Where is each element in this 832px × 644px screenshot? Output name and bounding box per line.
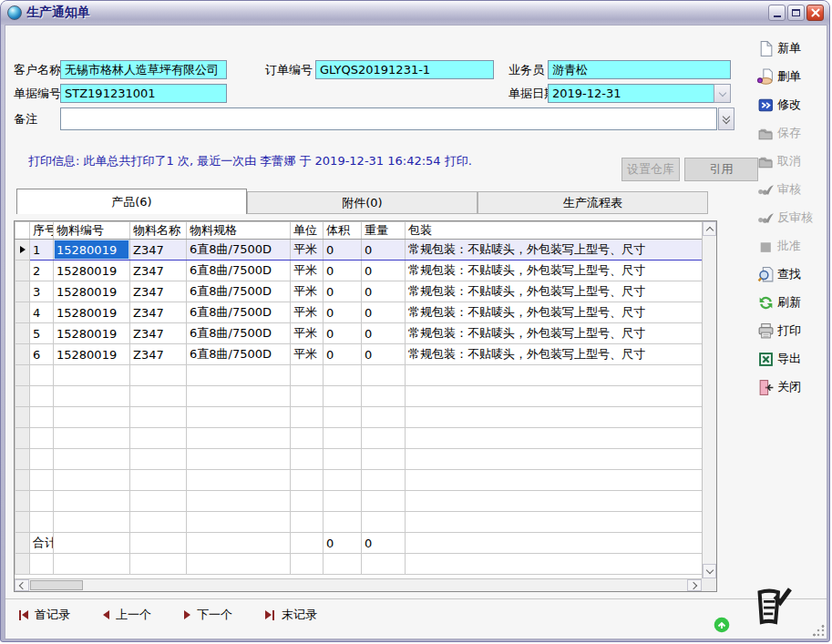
empty-cell[interactable] — [187, 491, 291, 512]
empty-cell[interactable] — [187, 365, 291, 386]
cell-packaging[interactable]: 常规包装：不贴唛头，外包装写上型号、尺寸 — [406, 261, 704, 281]
sidebar-button-new[interactable]: 新单 — [757, 38, 828, 58]
nav-last-record[interactable]: 末记录 — [265, 607, 317, 623]
empty-cell[interactable] — [406, 386, 704, 407]
vertical-scrollbar[interactable] — [702, 221, 716, 578]
resize-grip[interactable] — [813, 625, 825, 637]
cell-no[interactable]: 4 — [30, 302, 54, 323]
empty-cell[interactable] — [362, 491, 406, 512]
cell-no[interactable]: 1 — [30, 240, 54, 261]
scroll-right-button[interactable] — [687, 579, 702, 591]
empty-cell[interactable] — [54, 491, 130, 512]
empty-cell[interactable] — [324, 470, 362, 491]
sidebar-button-modify[interactable]: 修改 — [757, 95, 828, 115]
tab-production-process[interactable]: 生产流程表 — [478, 191, 708, 214]
empty-cell[interactable] — [406, 449, 704, 470]
empty-cell[interactable] — [130, 365, 187, 386]
scroll-down-button[interactable] — [703, 564, 716, 578]
empty-cell[interactable] — [406, 470, 704, 491]
empty-cell[interactable] — [130, 470, 187, 491]
empty-cell[interactable] — [362, 428, 406, 449]
cell-weight[interactable]: 0 — [362, 344, 406, 365]
cell-unit[interactable]: 平米 — [291, 323, 324, 344]
empty-cell[interactable] — [30, 512, 54, 533]
empty-cell[interactable] — [362, 470, 406, 491]
cell-unit[interactable]: 平米 — [291, 240, 324, 261]
scroll-up-button[interactable] — [703, 221, 716, 236]
cell-volume[interactable]: 0 — [324, 281, 362, 302]
empty-cell[interactable] — [291, 428, 324, 449]
order-no-field[interactable] — [315, 60, 494, 79]
reference-button[interactable]: 引用 — [684, 158, 758, 181]
window-titlebar[interactable]: 生产通知单 — [1, 1, 829, 25]
scroll-left-button[interactable] — [15, 579, 29, 591]
nav-prev-record[interactable]: 上一个 — [103, 607, 151, 623]
cell-packaging[interactable]: 常规包装：不贴唛头，外包装写上型号、尺寸 — [406, 323, 704, 344]
cell-unit[interactable]: 平米 — [291, 344, 324, 365]
cell-name[interactable]: Z347 — [130, 323, 187, 344]
cell-volume[interactable]: 0 — [324, 261, 362, 281]
doc-no-field[interactable] — [60, 84, 227, 103]
empty-cell[interactable] — [30, 449, 54, 470]
empty-cell[interactable] — [324, 512, 362, 533]
empty-cell[interactable] — [187, 407, 291, 428]
empty-cell[interactable] — [30, 407, 54, 428]
empty-cell[interactable] — [291, 491, 324, 512]
cell-no[interactable]: 2 — [30, 261, 54, 281]
nav-next-record[interactable]: 下一个 — [184, 607, 232, 623]
empty-cell[interactable] — [54, 512, 130, 533]
cell-packaging[interactable]: 常规包装：不贴唛头，外包装写上型号、尺寸 — [406, 344, 704, 365]
status-up-icon[interactable] — [714, 617, 730, 633]
empty-cell[interactable] — [362, 554, 406, 575]
doc-date-field[interactable] — [548, 84, 714, 103]
empty-cell[interactable] — [406, 512, 704, 533]
cell-name[interactable]: Z347 — [130, 261, 187, 281]
empty-cell[interactable] — [130, 512, 187, 533]
tab-attachments[interactable]: 附件(0) — [247, 191, 478, 214]
empty-cell[interactable] — [324, 365, 362, 386]
empty-cell[interactable] — [30, 386, 54, 407]
empty-cell[interactable] — [324, 428, 362, 449]
empty-cell[interactable] — [291, 449, 324, 470]
empty-cell[interactable] — [30, 491, 54, 512]
sidebar-button-print[interactable]: 打印 — [757, 321, 828, 341]
cell-code[interactable]: 15280019 — [54, 240, 130, 261]
empty-cell[interactable] — [54, 365, 130, 386]
empty-cell[interactable] — [30, 554, 54, 575]
cell-weight[interactable]: 0 — [362, 240, 406, 261]
customer-name-field[interactable] — [60, 60, 227, 79]
minimize-button[interactable] — [768, 5, 786, 21]
empty-cell[interactable] — [30, 365, 54, 386]
cell-spec[interactable]: 6直8曲/7500D — [187, 240, 291, 261]
cell-spec[interactable]: 6直8曲/7500D — [187, 344, 291, 365]
empty-cell[interactable] — [54, 449, 130, 470]
cell-weight[interactable]: 0 — [362, 281, 406, 302]
cell-volume[interactable]: 0 — [324, 323, 362, 344]
close-button[interactable] — [806, 5, 824, 21]
cell-no[interactable]: 5 — [30, 323, 54, 344]
empty-cell[interactable] — [324, 491, 362, 512]
tab-products[interactable]: 产品(6) — [16, 189, 247, 214]
empty-cell[interactable] — [291, 407, 324, 428]
cell-volume[interactable]: 0 — [324, 302, 362, 323]
empty-cell[interactable] — [130, 449, 187, 470]
cell-code[interactable]: 15280019 — [54, 281, 130, 302]
empty-cell[interactable] — [291, 386, 324, 407]
empty-cell[interactable] — [406, 554, 704, 575]
salesperson-field[interactable] — [548, 60, 731, 79]
empty-cell[interactable] — [406, 365, 704, 386]
empty-cell[interactable] — [362, 365, 406, 386]
cell-name[interactable]: Z347 — [130, 240, 187, 261]
empty-cell[interactable] — [30, 428, 54, 449]
cell-name[interactable]: Z347 — [130, 281, 187, 302]
cell-unit[interactable]: 平米 — [291, 302, 324, 323]
cell-code[interactable]: 15280019 — [54, 302, 130, 323]
empty-cell[interactable] — [187, 386, 291, 407]
cell-weight[interactable]: 0 — [362, 323, 406, 344]
cell-no[interactable]: 6 — [30, 344, 54, 365]
cell-volume[interactable]: 0 — [324, 240, 362, 261]
cell-weight[interactable]: 0 — [362, 302, 406, 323]
cell-spec[interactable]: 6直8曲/7500D — [187, 281, 291, 302]
empty-cell[interactable] — [362, 386, 406, 407]
empty-cell[interactable] — [130, 491, 187, 512]
